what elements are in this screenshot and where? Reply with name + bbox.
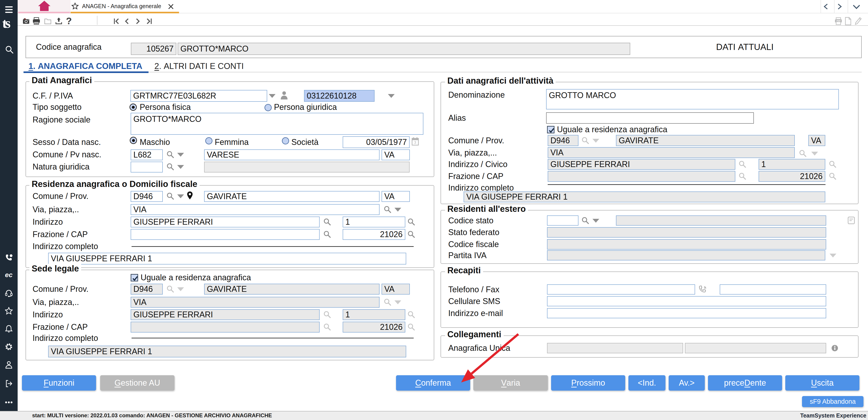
svg-text:ec: ec: [5, 271, 13, 278]
svg-text:PDF: PDF: [837, 20, 841, 22]
svg-text:ts: ts: [2, 17, 10, 30]
svg-text:3: 3: [414, 141, 416, 145]
